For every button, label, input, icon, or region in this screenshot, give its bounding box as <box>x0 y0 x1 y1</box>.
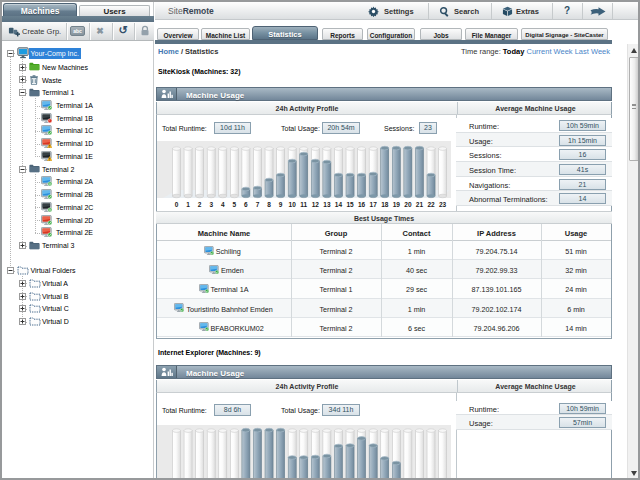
svg-text:19: 19 <box>393 201 401 208</box>
svg-text:14: 14 <box>335 201 343 208</box>
svg-text:0: 0 <box>175 201 179 208</box>
svg-text:15: 15 <box>346 201 354 208</box>
svg-text:11: 11 <box>300 201 307 208</box>
svg-text:5: 5 <box>233 201 237 208</box>
svg-text:2: 2 <box>198 201 202 208</box>
svg-text:7: 7 <box>256 201 260 208</box>
svg-text:10: 10 <box>289 201 297 208</box>
svg-text:6: 6 <box>244 201 248 208</box>
svg-text:4: 4 <box>221 201 225 208</box>
svg-text:23: 23 <box>439 201 447 208</box>
svg-text:3: 3 <box>209 201 213 208</box>
svg-text:21: 21 <box>416 201 424 208</box>
svg-text:13: 13 <box>323 201 331 208</box>
svg-text:16: 16 <box>358 201 366 208</box>
svg-text:9: 9 <box>279 201 283 208</box>
svg-text:8: 8 <box>267 201 271 208</box>
svg-text:1: 1 <box>186 201 190 208</box>
svg-text:17: 17 <box>370 201 378 208</box>
svg-text:12: 12 <box>312 201 320 208</box>
svg-text:22: 22 <box>427 201 435 208</box>
svg-text:20: 20 <box>404 201 412 208</box>
svg-text:18: 18 <box>381 201 389 208</box>
